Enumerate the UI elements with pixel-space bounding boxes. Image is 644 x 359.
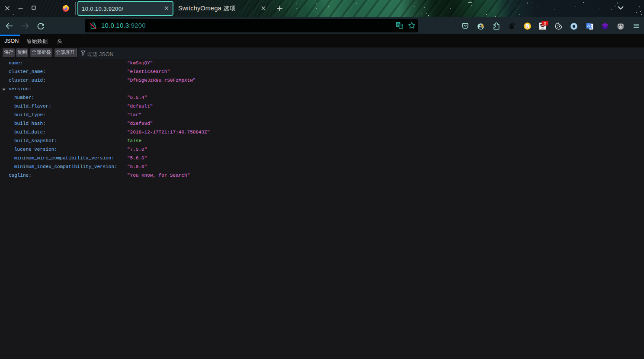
- svg-text:A: A: [587, 23, 590, 28]
- svg-text:0: 0: [544, 21, 546, 25]
- svg-text:?: ?: [400, 24, 402, 28]
